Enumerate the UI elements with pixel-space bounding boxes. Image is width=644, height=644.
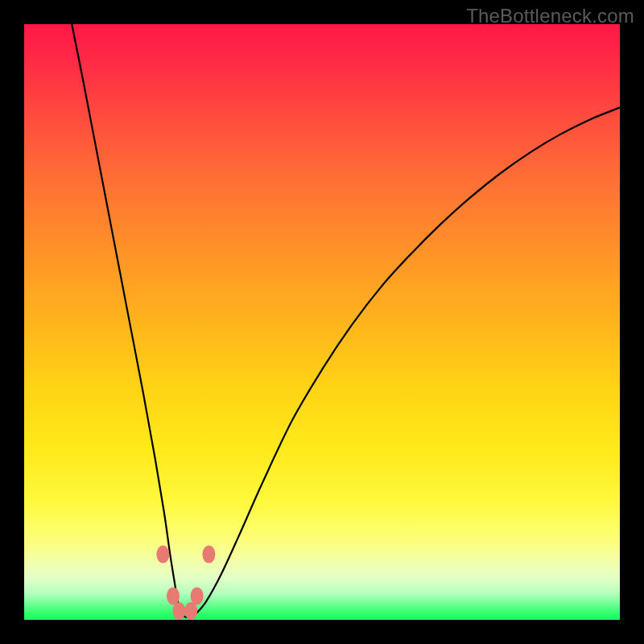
- plot-area: [24, 24, 620, 620]
- curve-marker: [156, 546, 169, 564]
- bottleneck-curve-svg: [24, 24, 620, 620]
- curve-marker: [191, 587, 204, 605]
- bottleneck-curve: [72, 24, 620, 617]
- watermark-text: TheBottleneck.com: [466, 5, 634, 27]
- curve-marker: [184, 602, 197, 620]
- curve-markers: [156, 546, 215, 620]
- curve-marker: [172, 602, 185, 620]
- curve-marker: [202, 546, 215, 564]
- curve-marker: [167, 587, 180, 605]
- chart-frame: TheBottleneck.com: [0, 0, 644, 644]
